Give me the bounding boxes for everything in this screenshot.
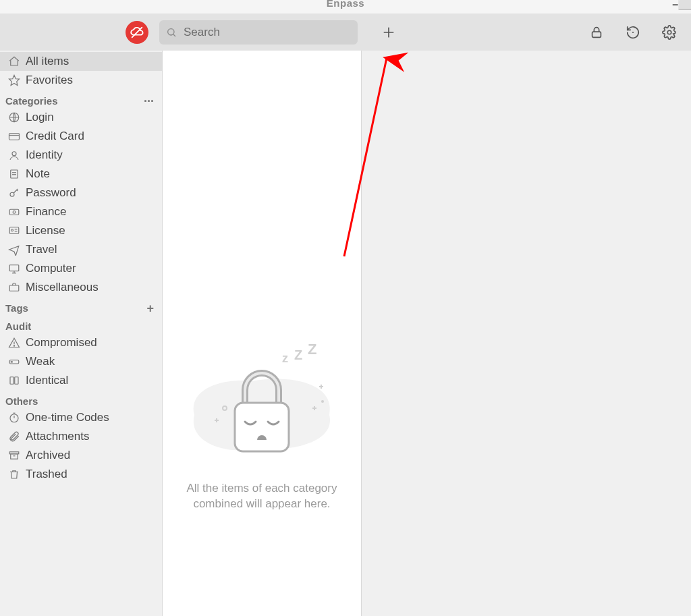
finance-icon [8,206,20,218]
sidebar-header-tags: Tags + [0,297,162,315]
sidebar-item-trashed[interactable]: Trashed [0,465,162,484]
svg-point-7 [667,30,671,34]
add-item-button[interactable] [378,22,399,43]
item-list-pane: z Z Z All the items of each category com… [163,51,362,616]
sidebar-item-label: Password [26,186,76,200]
sidebar-item-weak[interactable]: Weak [0,352,162,371]
sidebar-item-login[interactable]: Login [0,108,162,127]
sidebar: All items Favorites Categories ··· Login… [0,51,163,616]
sidebar-item-computer[interactable]: Computer [0,259,162,278]
svg-text:z: z [282,352,288,365]
svg-marker-8 [9,76,20,86]
svg-rect-30 [11,361,13,362]
weak-icon [8,356,20,368]
svg-rect-17 [9,209,19,215]
sidebar-item-label: Travel [26,243,57,256]
sidebar-item-label: License [26,224,65,237]
sidebar-item-label: One-time Codes [26,411,109,424]
svg-rect-5 [592,32,601,37]
categories-more-button[interactable]: ··· [144,98,154,105]
sidebar-header-categories: Categories ··· [0,90,162,108]
sidebar-item-label: Compromised [26,336,97,349]
credit-card-icon [8,130,20,142]
sidebar-item-note[interactable]: Note [0,165,162,184]
sidebar-item-otp[interactable]: One-time Codes [0,408,162,427]
sidebar-item-credit-card[interactable]: Credit Card [0,127,162,146]
svg-text:Z: Z [294,347,302,362]
cloud-sync-disabled-icon[interactable] [126,21,148,44]
sidebar-item-attachments[interactable]: Attachments [0,427,162,446]
paperclip-icon [8,430,20,443]
add-tag-button[interactable]: + [146,305,154,312]
sidebar-item-password[interactable]: Password [0,184,162,202]
detail-pane [362,51,691,616]
sidebar-item-miscellaneous[interactable]: Miscellaneous [0,278,162,297]
sidebar-header-audit: Audit [0,315,162,333]
svg-line-2 [173,34,175,36]
trash-icon [8,468,20,480]
svg-point-18 [13,211,16,214]
window-maximize-button[interactable]: ⬜ [675,0,691,11]
sidebar-item-compromised[interactable]: Compromised [0,333,162,352]
sidebar-item-license[interactable]: License [0,221,162,240]
note-icon [8,168,20,180]
sidebar-item-label: Credit Card [26,130,84,143]
search-icon [166,27,177,38]
svg-rect-10 [9,134,20,140]
timer-icon [8,412,20,424]
sidebar-item-label: Weak [26,355,55,368]
travel-icon [8,244,20,256]
computer-icon [8,262,20,275]
key-icon [8,187,20,199]
svg-rect-13 [11,170,18,178]
globe-icon [8,111,20,123]
warning-icon [8,337,20,349]
svg-point-28 [13,345,14,346]
license-icon [8,225,20,237]
svg-point-46 [321,400,324,403]
sidebar-item-travel[interactable]: Travel [0,240,162,259]
home-icon [8,55,20,67]
search-input[interactable] [184,26,351,39]
svg-rect-23 [9,265,19,271]
sidebar-item-finance[interactable]: Finance [0,202,162,221]
svg-rect-32 [15,377,18,385]
main-toolbar [0,13,691,51]
svg-point-1 [168,28,174,34]
sidebar-item-label: Trashed [26,468,67,481]
svg-text:Z: Z [308,341,316,358]
settings-button[interactable] [661,24,678,40]
sidebar-item-label: Computer [26,262,76,275]
star-icon [8,74,20,86]
sidebar-header-others: Others [0,390,162,408]
search-field[interactable] [159,20,358,45]
sleeping-lock-icon: z Z Z [177,341,346,469]
sync-button[interactable] [625,24,641,40]
sidebar-item-identical[interactable]: Identical [0,371,162,390]
svg-rect-37 [11,454,18,459]
briefcase-icon [8,281,20,293]
window-title: Enpass [327,0,364,9]
sidebar-item-label: Favorites [26,74,73,87]
sidebar-item-favorites[interactable]: Favorites [0,71,162,90]
svg-point-6 [632,31,634,32]
sidebar-item-label: All items [26,55,69,68]
sidebar-item-all-items[interactable]: All items [0,52,162,71]
identical-icon [8,374,20,387]
svg-rect-50 [235,403,289,451]
empty-state-text: All the items of each category combined … [186,481,337,512]
archive-icon [8,449,20,461]
sidebar-item-label: Finance [26,205,66,219]
lock-button[interactable] [588,24,605,40]
sidebar-item-label: Attachments [26,430,90,443]
sidebar-item-label: Miscellaneous [26,281,99,294]
svg-rect-31 [10,377,13,385]
window-titlebar: Enpass – ⬜ [0,0,691,13]
sidebar-item-label: Identity [26,148,63,162]
sidebar-item-label: Login [26,111,54,124]
svg-point-12 [12,152,16,156]
empty-state: z Z Z All the items of each category com… [163,341,361,512]
sidebar-item-identity[interactable]: Identity [0,146,162,165]
identity-icon [8,149,20,161]
sidebar-item-archived[interactable]: Archived [0,446,162,465]
